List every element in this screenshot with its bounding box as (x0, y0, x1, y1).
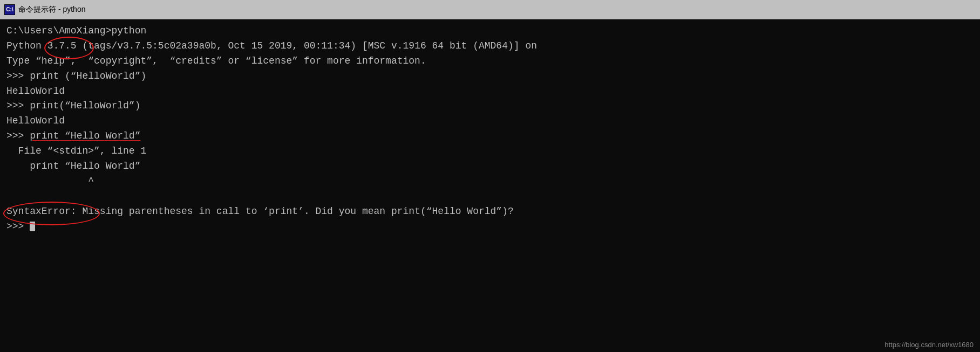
terminal-line-file: File “<stdin>”, line 1 (6, 144, 974, 159)
terminal-line-syntax-error: SyntaxError: Missing parentheses in call… (6, 204, 974, 219)
terminal-window[interactable]: C:\Users\AmoXiang>python Python 3.7.5 (t… (0, 19, 980, 352)
terminal-line-python-version: Python 3.7.5 (tags/v3.7.5:5c02a39a0b, Oc… (6, 39, 974, 54)
underlined-print-statement: print “Hello World” (30, 130, 140, 141)
cmd-icon: C:\ (4, 4, 15, 15)
terminal-cursor (30, 222, 35, 231)
terminal-line-output2: HelloWorld (6, 114, 974, 129)
watermark: https://blog.csdn.net/xw1680 (884, 341, 974, 349)
terminal-line-output1: HelloWorld (6, 84, 974, 99)
terminal-line-print-indent: print “Hello World” (6, 159, 974, 174)
terminal-line: C:\Users\AmoXiang>python (6, 24, 974, 39)
terminal-line-prompt3: >>> print “Hello World” (6, 129, 974, 144)
terminal-line-type-help: Type “help”, “copyright”, “credits” or “… (6, 54, 974, 69)
title-bar: C:\ 命令提示符 - python (0, 0, 980, 19)
terminal-line-blank (6, 189, 974, 204)
title-bar-text: 命令提示符 - python (18, 5, 85, 15)
terminal-line-prompt-end: >>> (6, 219, 974, 234)
python-version-circle: 3.7.5 (47, 39, 77, 54)
terminal-line-prompt2: >>> print(“HelloWorld”) (6, 99, 974, 114)
syntax-error-circle: SyntaxError: (6, 204, 77, 219)
terminal-line-prompt1: >>> print (“HelloWorld”) (6, 69, 974, 84)
terminal-line-caret: ^ (6, 174, 974, 189)
